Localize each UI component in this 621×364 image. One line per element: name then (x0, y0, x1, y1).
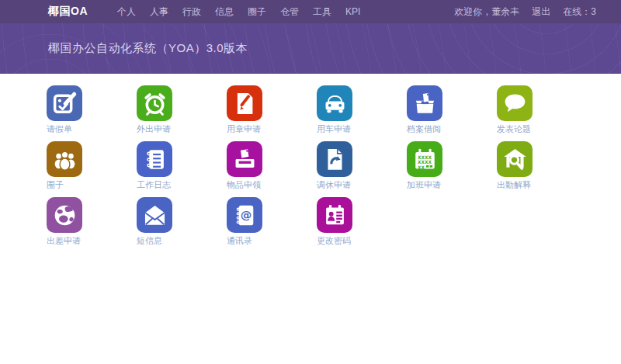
app-item-change-password[interactable]: 更改密码 (317, 197, 391, 246)
app-item-circle-group[interactable]: 圈子 (47, 141, 121, 190)
app-label-seal-request: 用章申请 (227, 124, 301, 134)
app-label-overtime-request: 加班申请 (407, 180, 481, 190)
hero-banner: 椰国办公自动化系统（YOA）3.0版本 (0, 23, 621, 74)
globe-icon (47, 197, 82, 233)
app-label-attendance-explain: 出勤解释 (497, 180, 571, 190)
id-card-icon (317, 197, 352, 233)
app-label-outing-request: 外出申请 (137, 124, 211, 134)
app-label-work-log: 工作日志 (137, 180, 211, 190)
calendar-x-icon: xxxxxxxxxx (407, 141, 442, 177)
app-label-business-trip: 出差申请 (47, 236, 121, 246)
app-item-business-trip[interactable]: 出差申请 (47, 197, 121, 246)
app-item-post-topic[interactable]: 发表论题 (497, 85, 571, 134)
nav-item-admin[interactable]: 行政 (182, 5, 201, 19)
app-item-contacts[interactable]: @ 通讯录 (227, 197, 301, 246)
alarm-clock-icon (137, 85, 172, 121)
app-label-circle-group: 圈子 (47, 180, 121, 190)
nav-item-kpi[interactable]: KPI (345, 6, 360, 17)
app-grid: 请假单 外出申请 用章申请 用车申请 档案借阅 发表论题 圈子 工作日志 物品申… (0, 74, 574, 246)
app-logo[interactable]: 椰国OA (48, 5, 88, 19)
page-title: 椰国办公自动化系统（YOA）3.0版本 (48, 41, 248, 56)
people-group-icon (47, 141, 82, 177)
welcome-text: 欢迎你，董余丰 (454, 5, 519, 19)
edit-note-icon (47, 85, 82, 121)
online-count: 在线：3 (563, 5, 596, 19)
app-label-vehicle-request: 用车申请 (317, 124, 391, 134)
app-label-archive-borrow: 档案借阅 (407, 124, 481, 134)
main-nav: 个人人事行政信息圈子仓管工具KPI (103, 5, 360, 19)
logout-link[interactable]: 退出 (532, 5, 550, 19)
topbar-right: 欢迎你，董余丰 退出 在线：3 (454, 5, 596, 19)
nav-item-warehouse[interactable]: 仓管 (280, 5, 299, 19)
svg-text:xx: xx (417, 163, 425, 170)
envelope-icon (137, 197, 172, 233)
car-icon (317, 85, 352, 121)
app-label-leave-form: 请假单 (47, 124, 121, 134)
app-label-item-claim: 物品申领 (227, 180, 301, 190)
app-item-vehicle-request[interactable]: 用车申请 (317, 85, 391, 134)
top-navbar: 椰国OA 个人人事行政信息圈子仓管工具KPI 欢迎你，董余丰 退出 在线：3 (0, 0, 621, 23)
app-label-change-password: 更改密码 (317, 236, 391, 246)
notebook-icon (137, 141, 172, 177)
app-item-attendance-explain[interactable]: 出勤解释 (497, 141, 571, 190)
app-label-comp-leave-request: 调休申请 (317, 180, 391, 190)
app-item-outing-request[interactable]: 外出申请 (137, 85, 211, 134)
app-item-leave-form[interactable]: 请假单 (47, 85, 121, 134)
address-book-icon: @ (227, 197, 262, 233)
document-arrow-icon (317, 141, 352, 177)
app-item-short-message[interactable]: 短信息 (137, 197, 211, 246)
nav-item-info[interactable]: 信息 (215, 5, 234, 19)
svg-text:@: @ (240, 208, 252, 221)
document-pencil-icon (227, 85, 262, 121)
house-search-icon (497, 141, 533, 177)
app-item-item-claim[interactable]: 物品申领 (227, 141, 301, 190)
tray-paper-icon (227, 141, 262, 177)
app-item-overtime-request[interactable]: xxxxxxxxxx 加班申请 (407, 141, 481, 190)
app-item-comp-leave-request[interactable]: 调休申请 (317, 141, 391, 190)
app-label-post-topic: 发表论题 (497, 124, 571, 134)
archive-box-icon (407, 85, 442, 121)
nav-item-hr[interactable]: 人事 (150, 5, 168, 19)
app-label-short-message: 短信息 (137, 236, 211, 246)
app-item-work-log[interactable]: 工作日志 (137, 141, 211, 190)
app-label-contacts: 通讯录 (227, 236, 301, 246)
nav-item-personal[interactable]: 个人 (117, 5, 136, 19)
nav-item-circle[interactable]: 圈子 (248, 5, 266, 19)
app-item-seal-request[interactable]: 用章申请 (227, 85, 301, 134)
nav-item-tools[interactable]: 工具 (313, 5, 331, 19)
app-item-archive-borrow[interactable]: 档案借阅 (407, 85, 481, 134)
speech-bubble-icon (497, 85, 533, 121)
